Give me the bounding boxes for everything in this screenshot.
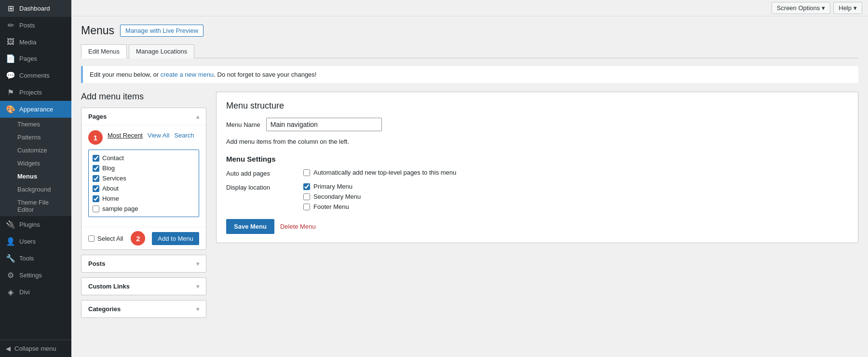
custom-links-accordion-header[interactable]: Custom Links xyxy=(81,278,206,295)
users-icon: 👤 xyxy=(6,237,15,246)
sidebar-item-background[interactable]: Background xyxy=(0,183,71,196)
menu-name-label: Menu Name xyxy=(226,121,260,128)
auto-add-checkbox[interactable] xyxy=(303,169,310,176)
sidebar-item-users[interactable]: 👤 Users xyxy=(0,233,71,250)
sidebar: ⊞ Dashboard ✏ Posts 🖼 Media 📄 Pages 💬 Co… xyxy=(0,0,71,357)
left-panel: Add menu items Pages 1 Most Recent V xyxy=(81,92,206,323)
home-checkbox[interactable] xyxy=(93,195,99,202)
footer-menu-label: Footer Menu xyxy=(313,203,349,210)
sidebar-item-posts[interactable]: ✏ Posts xyxy=(0,17,71,34)
pages-sub-tab-search[interactable]: Search xyxy=(174,132,194,139)
save-menu-button[interactable]: Save Menu xyxy=(226,219,274,234)
help-button[interactable]: Help ▾ xyxy=(833,2,862,14)
menu-name-input[interactable] xyxy=(266,118,382,131)
sidebar-item-label: Comments xyxy=(19,72,50,79)
sidebar-item-label: Pages xyxy=(19,55,37,62)
categories-accordion-header[interactable]: Categories xyxy=(81,301,206,317)
services-checkbox[interactable] xyxy=(93,175,99,182)
settings-icon: ⚙ xyxy=(6,271,15,280)
two-col-layout: Add menu items Pages 1 Most Recent V xyxy=(81,92,858,323)
sidebar-item-label: Plugins xyxy=(19,221,40,228)
create-new-menu-link[interactable]: create a new menu xyxy=(161,71,214,78)
sidebar-item-appearance[interactable]: 🎨 Appearance xyxy=(0,101,71,118)
notice-bar: Edit your menu below, or create a new me… xyxy=(81,66,858,83)
footer-menu-row: Footer Menu xyxy=(303,203,361,210)
sidebar-item-tools[interactable]: 🔧 Tools xyxy=(0,250,71,267)
pages-accordion-chevron-icon xyxy=(196,113,199,120)
projects-icon: ⚑ xyxy=(6,88,15,97)
list-item: sample page xyxy=(93,204,195,214)
add-hint: Add menu items from the column on the le… xyxy=(226,138,848,145)
primary-menu-row: Primary Menu xyxy=(303,183,361,190)
menu-structure-box: Menu structure Menu Name Add menu items … xyxy=(216,92,858,243)
add-to-menu-button[interactable]: Add to Menu xyxy=(152,232,199,245)
sidebar-item-projects[interactable]: ⚑ Projects xyxy=(0,84,71,101)
pages-accordion-header[interactable]: Pages xyxy=(81,108,206,125)
page-title: Menus xyxy=(81,24,114,37)
sidebar-item-customize[interactable]: Customize xyxy=(0,144,71,157)
sidebar-item-patterns[interactable]: Patterns xyxy=(0,131,71,144)
auto-add-pages-row: Auto add pages Automatically add new top… xyxy=(226,169,848,177)
pages-sub-tab-view-all[interactable]: View All xyxy=(148,132,169,139)
step-2-marker: 2 xyxy=(131,231,145,246)
sidebar-item-menus[interactable]: Menus xyxy=(0,170,71,183)
tab-edit-menus[interactable]: Edit Menus xyxy=(81,44,127,58)
posts-accordion-header[interactable]: Posts xyxy=(81,255,206,272)
list-item: Services xyxy=(93,173,195,183)
sidebar-item-media[interactable]: 🖼 Media xyxy=(0,34,71,50)
list-item: Contact xyxy=(93,153,195,163)
tab-manage-locations[interactable]: Manage Locations xyxy=(129,44,194,58)
media-icon: 🖼 xyxy=(6,38,15,46)
appearance-submenu: Themes Patterns Customize Widgets Menus … xyxy=(0,118,71,216)
categories-accordion-chevron-icon xyxy=(196,305,199,313)
sidebar-item-pages[interactable]: 📄 Pages xyxy=(0,50,71,67)
pages-accordion-label: Pages xyxy=(88,113,107,120)
blog-checkbox[interactable] xyxy=(93,165,99,172)
sidebar-item-widgets[interactable]: Widgets xyxy=(0,157,71,170)
page-header: Menus Manage with Live Preview xyxy=(81,24,858,37)
add-menu-items-title: Add menu items xyxy=(81,92,206,102)
sidebar-item-divi[interactable]: ◈ Divi xyxy=(0,284,71,301)
sidebar-item-theme-file-editor[interactable]: Theme File Editor xyxy=(0,196,71,216)
pages-sub-tab-most-recent[interactable]: Most Recent xyxy=(108,132,143,139)
custom-links-accordion-chevron-icon xyxy=(196,283,199,290)
sidebar-item-settings[interactable]: ⚙ Settings xyxy=(0,267,71,284)
sidebar-item-label: Posts xyxy=(19,22,35,29)
primary-menu-checkbox[interactable] xyxy=(303,183,310,190)
sidebar-item-comments[interactable]: 💬 Comments xyxy=(0,67,71,84)
auto-add-description: Automatically add new top-level pages to… xyxy=(313,169,456,176)
secondary-menu-checkbox[interactable] xyxy=(303,193,310,200)
posts-accordion: Posts xyxy=(81,255,206,273)
sidebar-item-plugins[interactable]: 🔌 Plugins xyxy=(0,216,71,233)
sidebar-item-dashboard[interactable]: ⊞ Dashboard xyxy=(0,0,71,17)
sample-page-checkbox[interactable] xyxy=(93,206,99,212)
page-content: Menus Manage with Live Preview Edit Menu… xyxy=(71,16,868,357)
step-1-marker: 1 xyxy=(88,130,103,145)
list-item: Home xyxy=(93,193,195,204)
notice-suffix: . Do not forget to save your changes! xyxy=(214,71,316,78)
sidebar-item-label: Projects xyxy=(19,89,42,96)
contact-checkbox[interactable] xyxy=(93,155,99,162)
display-location-controls: Primary Menu Secondary Menu Footer Menu xyxy=(303,183,361,210)
select-all-checkbox[interactable] xyxy=(88,235,95,242)
collapse-menu-button[interactable]: ◀ Collapse menu xyxy=(0,340,71,357)
menu-name-row: Menu Name xyxy=(226,118,848,131)
footer-menu-checkbox[interactable] xyxy=(303,204,310,210)
sidebar-item-label: Media xyxy=(19,39,36,46)
divi-icon: ◈ xyxy=(6,288,15,297)
collapse-label: Collapse menu xyxy=(14,345,56,352)
notice-text: Edit your menu below, or xyxy=(90,71,161,78)
blog-label: Blog xyxy=(102,165,115,172)
delete-menu-link[interactable]: Delete Menu xyxy=(280,223,316,230)
select-all-label: Select All xyxy=(97,235,123,242)
pages-icon: 📄 xyxy=(6,54,15,63)
tools-icon: 🔧 xyxy=(6,254,15,263)
menu-structure-title: Menu structure xyxy=(226,101,848,111)
live-preview-button[interactable]: Manage with Live Preview xyxy=(120,25,203,37)
screen-options-button[interactable]: Screen Options ▾ xyxy=(772,2,831,14)
secondary-menu-label: Secondary Menu xyxy=(313,193,361,200)
sidebar-item-label: Appearance xyxy=(19,106,53,113)
help-label: Help xyxy=(839,4,852,12)
about-checkbox[interactable] xyxy=(93,185,99,192)
sidebar-item-themes[interactable]: Themes xyxy=(0,118,71,131)
